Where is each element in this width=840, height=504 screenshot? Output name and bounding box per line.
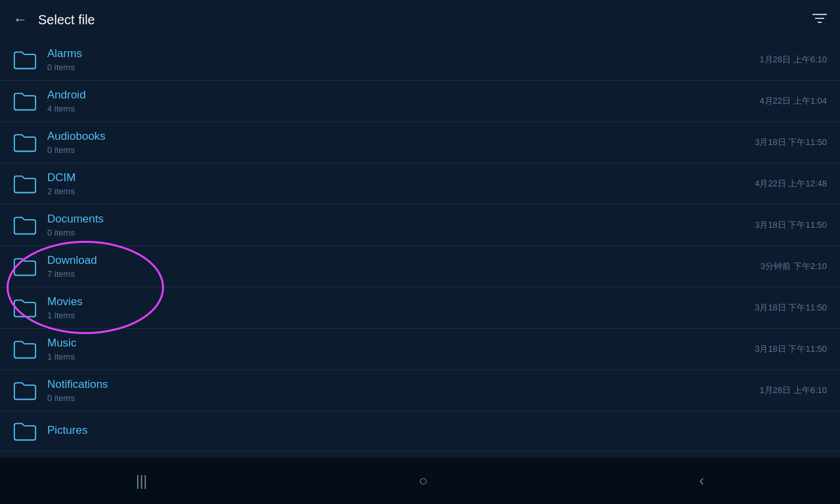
list-item[interactable]: Alarms0 items1月28日 上午6:10	[0, 39, 840, 81]
file-name: Audiobooks	[47, 130, 755, 143]
file-info: Pictures	[47, 424, 827, 439]
file-name: Notifications	[47, 378, 759, 391]
file-name: Alarms	[47, 47, 759, 60]
menu-nav-button[interactable]: |||	[110, 466, 173, 496]
navigation-bar: ||| ○ ‹	[0, 458, 840, 504]
folder-icon	[13, 48, 37, 72]
file-count: 7 items	[47, 269, 761, 279]
list-item[interactable]: Download7 items3分钟前 下午2:10	[0, 246, 840, 287]
back-button[interactable]: ←	[13, 11, 28, 28]
file-name: DCIM	[47, 171, 755, 184]
folder-icon	[13, 131, 37, 154]
file-count: 0 items	[47, 393, 759, 403]
file-info: Android4 items	[47, 89, 759, 114]
folder-icon	[13, 213, 37, 237]
file-info: Movies1 items	[47, 295, 755, 320]
folder-icon	[13, 419, 37, 443]
file-date: 3月18日 下午11:50	[755, 343, 827, 355]
file-count: 2 items	[47, 186, 755, 196]
file-count: 0 items	[47, 62, 759, 72]
file-count: 1 items	[47, 352, 755, 362]
file-count: 0 items	[47, 228, 755, 238]
folder-icon	[13, 172, 37, 196]
header: ← Select file	[0, 0, 840, 39]
list-item[interactable]: Audiobooks0 items3月18日 下午11:50	[0, 122, 840, 163]
file-name: Documents	[47, 213, 755, 226]
file-date: 3月18日 下午11:50	[755, 302, 827, 314]
back-nav-button[interactable]: ‹	[673, 466, 730, 496]
list-item[interactable]: Movies1 items3月18日 下午11:50	[0, 287, 840, 329]
file-name: Music	[47, 337, 755, 350]
folder-icon	[13, 296, 37, 320]
page-title: Select file	[38, 12, 95, 28]
header-left: ← Select file	[13, 11, 95, 28]
file-date: 3分钟前 下午2:10	[761, 261, 827, 272]
file-name: Download	[47, 254, 761, 267]
file-date: 1月28日 上午6:10	[759, 54, 827, 66]
home-nav-button[interactable]: ○	[392, 466, 453, 496]
file-info: Documents0 items	[47, 213, 755, 238]
list-item[interactable]: Music1 items3月18日 下午11:50	[0, 329, 840, 370]
file-date: 4月22日 上午1:04	[759, 95, 827, 107]
file-info: Download7 items	[47, 254, 761, 279]
filter-icon[interactable]	[812, 12, 827, 28]
file-date: 3月18日 下午11:50	[755, 136, 827, 148]
folder-icon	[13, 379, 37, 402]
file-date: 4月22日 上午12:48	[755, 178, 827, 190]
list-item[interactable]: Android4 items4月22日 上午1:04	[0, 81, 840, 122]
file-count: 4 items	[47, 104, 759, 114]
file-info: Audiobooks0 items	[47, 130, 755, 155]
file-count: 1 items	[47, 310, 755, 320]
file-info: DCIM2 items	[47, 171, 755, 196]
file-info: Notifications0 items	[47, 378, 759, 403]
file-list: Alarms0 items1月28日 上午6:10 Android4 items…	[0, 39, 840, 458]
folder-icon	[13, 89, 37, 113]
folder-icon	[13, 255, 37, 278]
list-item[interactable]: DCIM2 items4月22日 上午12:48	[0, 163, 840, 205]
list-item[interactable]: Notifications0 items1月28日 上午6:10	[0, 370, 840, 411]
folder-icon	[13, 337, 37, 361]
file-info: Music1 items	[47, 337, 755, 362]
file-info: Alarms0 items	[47, 47, 759, 72]
file-name: Android	[47, 89, 759, 102]
file-name: Pictures	[47, 424, 827, 437]
file-date: 3月18日 下午11:50	[755, 219, 827, 231]
file-count: 0 items	[47, 145, 755, 155]
list-item[interactable]: Pictures	[0, 411, 840, 452]
list-item[interactable]: Documents0 items3月18日 下午11:50	[0, 205, 840, 246]
file-name: Movies	[47, 295, 755, 308]
file-date: 1月28日 上午6:10	[759, 385, 827, 396]
